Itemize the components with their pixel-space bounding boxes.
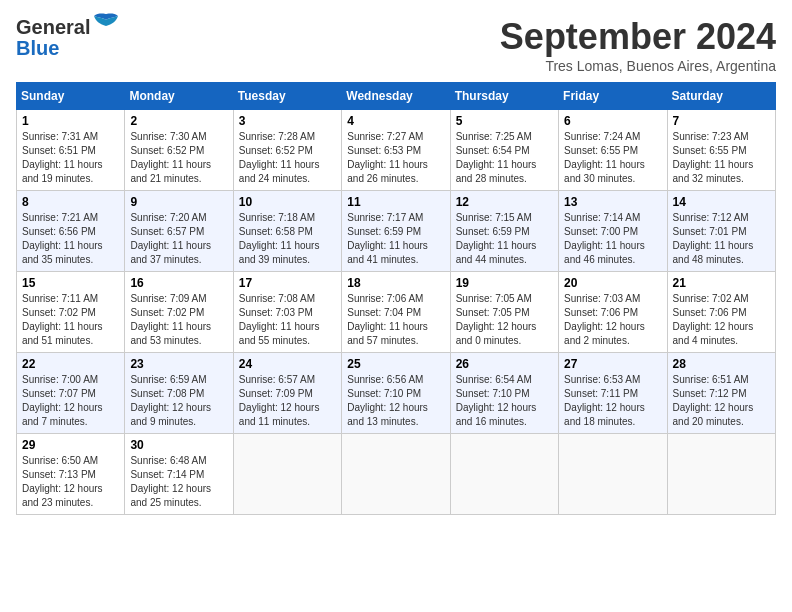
col-wednesday: Wednesday — [342, 83, 450, 110]
day-number: 29 — [22, 438, 119, 452]
day-info: Sunrise: 7:17 AM Sunset: 6:59 PM Dayligh… — [347, 211, 444, 267]
day-info: Sunrise: 7:02 AM Sunset: 7:06 PM Dayligh… — [673, 292, 770, 348]
table-row: 3Sunrise: 7:28 AM Sunset: 6:52 PM Daylig… — [233, 110, 341, 191]
day-info: Sunrise: 7:05 AM Sunset: 7:05 PM Dayligh… — [456, 292, 553, 348]
table-row — [233, 434, 341, 515]
day-number: 5 — [456, 114, 553, 128]
day-info: Sunrise: 6:54 AM Sunset: 7:10 PM Dayligh… — [456, 373, 553, 429]
table-row: 18Sunrise: 7:06 AM Sunset: 7:04 PM Dayli… — [342, 272, 450, 353]
day-info: Sunrise: 7:09 AM Sunset: 7:02 PM Dayligh… — [130, 292, 227, 348]
day-info: Sunrise: 7:23 AM Sunset: 6:55 PM Dayligh… — [673, 130, 770, 186]
day-number: 28 — [673, 357, 770, 371]
month-title: September 2024 — [500, 16, 776, 58]
day-number: 2 — [130, 114, 227, 128]
day-info: Sunrise: 7:20 AM Sunset: 6:57 PM Dayligh… — [130, 211, 227, 267]
table-row: 6Sunrise: 7:24 AM Sunset: 6:55 PM Daylig… — [559, 110, 667, 191]
day-number: 14 — [673, 195, 770, 209]
day-number: 6 — [564, 114, 661, 128]
day-info: Sunrise: 7:25 AM Sunset: 6:54 PM Dayligh… — [456, 130, 553, 186]
day-number: 15 — [22, 276, 119, 290]
day-number: 7 — [673, 114, 770, 128]
table-row: 14Sunrise: 7:12 AM Sunset: 7:01 PM Dayli… — [667, 191, 775, 272]
day-info: Sunrise: 7:31 AM Sunset: 6:51 PM Dayligh… — [22, 130, 119, 186]
day-info: Sunrise: 7:03 AM Sunset: 7:06 PM Dayligh… — [564, 292, 661, 348]
col-tuesday: Tuesday — [233, 83, 341, 110]
day-info: Sunrise: 7:11 AM Sunset: 7:02 PM Dayligh… — [22, 292, 119, 348]
table-row — [667, 434, 775, 515]
table-row: 8Sunrise: 7:21 AM Sunset: 6:56 PM Daylig… — [17, 191, 125, 272]
table-row: 9Sunrise: 7:20 AM Sunset: 6:57 PM Daylig… — [125, 191, 233, 272]
day-info: Sunrise: 6:48 AM Sunset: 7:14 PM Dayligh… — [130, 454, 227, 510]
day-info: Sunrise: 6:56 AM Sunset: 7:10 PM Dayligh… — [347, 373, 444, 429]
day-info: Sunrise: 7:21 AM Sunset: 6:56 PM Dayligh… — [22, 211, 119, 267]
table-row: 4Sunrise: 7:27 AM Sunset: 6:53 PM Daylig… — [342, 110, 450, 191]
day-info: Sunrise: 6:53 AM Sunset: 7:11 PM Dayligh… — [564, 373, 661, 429]
day-info: Sunrise: 7:27 AM Sunset: 6:53 PM Dayligh… — [347, 130, 444, 186]
day-number: 27 — [564, 357, 661, 371]
table-row: 30Sunrise: 6:48 AM Sunset: 7:14 PM Dayli… — [125, 434, 233, 515]
logo-blue-text: Blue — [16, 37, 59, 59]
table-row: 17Sunrise: 7:08 AM Sunset: 7:03 PM Dayli… — [233, 272, 341, 353]
day-info: Sunrise: 7:30 AM Sunset: 6:52 PM Dayligh… — [130, 130, 227, 186]
day-number: 30 — [130, 438, 227, 452]
day-number: 18 — [347, 276, 444, 290]
col-friday: Friday — [559, 83, 667, 110]
day-number: 19 — [456, 276, 553, 290]
table-row — [450, 434, 558, 515]
col-saturday: Saturday — [667, 83, 775, 110]
col-monday: Monday — [125, 83, 233, 110]
calendar-week-3: 15Sunrise: 7:11 AM Sunset: 7:02 PM Dayli… — [17, 272, 776, 353]
day-info: Sunrise: 7:06 AM Sunset: 7:04 PM Dayligh… — [347, 292, 444, 348]
day-info: Sunrise: 7:15 AM Sunset: 6:59 PM Dayligh… — [456, 211, 553, 267]
day-info: Sunrise: 6:57 AM Sunset: 7:09 PM Dayligh… — [239, 373, 336, 429]
calendar-week-1: 1Sunrise: 7:31 AM Sunset: 6:51 PM Daylig… — [17, 110, 776, 191]
table-row: 1Sunrise: 7:31 AM Sunset: 6:51 PM Daylig… — [17, 110, 125, 191]
day-info: Sunrise: 6:59 AM Sunset: 7:08 PM Dayligh… — [130, 373, 227, 429]
table-row — [559, 434, 667, 515]
table-row: 15Sunrise: 7:11 AM Sunset: 7:02 PM Dayli… — [17, 272, 125, 353]
day-info: Sunrise: 6:50 AM Sunset: 7:13 PM Dayligh… — [22, 454, 119, 510]
table-row: 23Sunrise: 6:59 AM Sunset: 7:08 PM Dayli… — [125, 353, 233, 434]
table-row: 27Sunrise: 6:53 AM Sunset: 7:11 PM Dayli… — [559, 353, 667, 434]
day-number: 25 — [347, 357, 444, 371]
day-info: Sunrise: 6:51 AM Sunset: 7:12 PM Dayligh… — [673, 373, 770, 429]
day-info: Sunrise: 7:24 AM Sunset: 6:55 PM Dayligh… — [564, 130, 661, 186]
day-number: 26 — [456, 357, 553, 371]
day-number: 22 — [22, 357, 119, 371]
table-row: 25Sunrise: 6:56 AM Sunset: 7:10 PM Dayli… — [342, 353, 450, 434]
day-number: 1 — [22, 114, 119, 128]
table-row: 29Sunrise: 6:50 AM Sunset: 7:13 PM Dayli… — [17, 434, 125, 515]
day-number: 4 — [347, 114, 444, 128]
day-number: 9 — [130, 195, 227, 209]
calendar-week-2: 8Sunrise: 7:21 AM Sunset: 6:56 PM Daylig… — [17, 191, 776, 272]
day-number: 23 — [130, 357, 227, 371]
table-row: 24Sunrise: 6:57 AM Sunset: 7:09 PM Dayli… — [233, 353, 341, 434]
table-row: 28Sunrise: 6:51 AM Sunset: 7:12 PM Dayli… — [667, 353, 775, 434]
table-row: 21Sunrise: 7:02 AM Sunset: 7:06 PM Dayli… — [667, 272, 775, 353]
day-number: 20 — [564, 276, 661, 290]
table-row: 13Sunrise: 7:14 AM Sunset: 7:00 PM Dayli… — [559, 191, 667, 272]
day-number: 24 — [239, 357, 336, 371]
table-row: 16Sunrise: 7:09 AM Sunset: 7:02 PM Dayli… — [125, 272, 233, 353]
day-number: 12 — [456, 195, 553, 209]
day-info: Sunrise: 7:28 AM Sunset: 6:52 PM Dayligh… — [239, 130, 336, 186]
page-header: General Blue September 2024 Tres Lomas, … — [16, 16, 776, 74]
day-info: Sunrise: 7:14 AM Sunset: 7:00 PM Dayligh… — [564, 211, 661, 267]
table-row — [342, 434, 450, 515]
day-number: 13 — [564, 195, 661, 209]
day-info: Sunrise: 7:18 AM Sunset: 6:58 PM Dayligh… — [239, 211, 336, 267]
day-number: 21 — [673, 276, 770, 290]
table-row: 22Sunrise: 7:00 AM Sunset: 7:07 PM Dayli… — [17, 353, 125, 434]
table-row: 20Sunrise: 7:03 AM Sunset: 7:06 PM Dayli… — [559, 272, 667, 353]
day-number: 10 — [239, 195, 336, 209]
calendar-table: Sunday Monday Tuesday Wednesday Thursday… — [16, 82, 776, 515]
logo-bird-icon — [92, 12, 120, 34]
col-thursday: Thursday — [450, 83, 558, 110]
table-row: 19Sunrise: 7:05 AM Sunset: 7:05 PM Dayli… — [450, 272, 558, 353]
table-row: 26Sunrise: 6:54 AM Sunset: 7:10 PM Dayli… — [450, 353, 558, 434]
day-info: Sunrise: 7:00 AM Sunset: 7:07 PM Dayligh… — [22, 373, 119, 429]
table-row: 7Sunrise: 7:23 AM Sunset: 6:55 PM Daylig… — [667, 110, 775, 191]
logo: General Blue — [16, 16, 120, 59]
table-row: 10Sunrise: 7:18 AM Sunset: 6:58 PM Dayli… — [233, 191, 341, 272]
day-info: Sunrise: 7:08 AM Sunset: 7:03 PM Dayligh… — [239, 292, 336, 348]
